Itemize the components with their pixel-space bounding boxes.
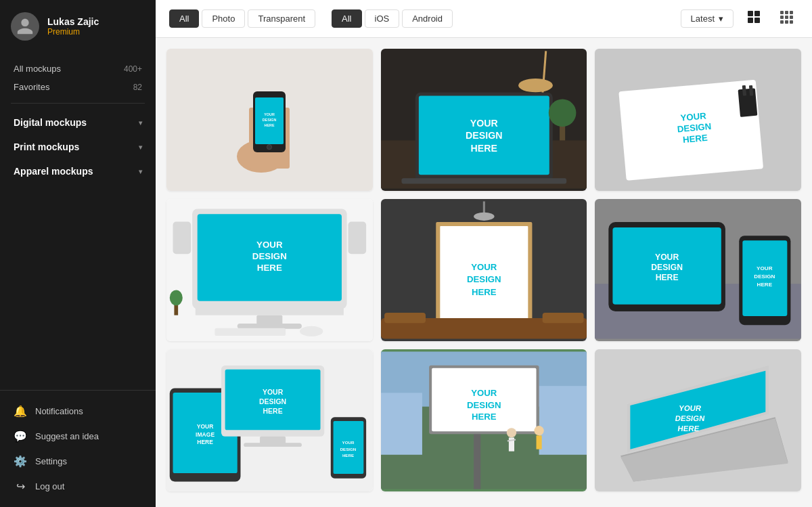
svg-rect-62 [384,313,426,323]
svg-rect-9 [790,16,793,19]
mockup-card-4[interactable]: YOUR DESIGN HERE [166,199,373,341]
suggest-idea-button[interactable]: 💬 Suggest an idea [0,424,156,449]
type-filter-group: All Photo Transparent All iOS Android [169,9,453,28]
svg-rect-46 [256,315,282,325]
svg-text:DESIGN: DESIGN [675,414,705,422]
svg-text:DESIGN: DESIGN [467,400,501,410]
svg-point-55 [474,213,494,221]
svg-point-23 [518,79,553,92]
svg-rect-11 [785,20,788,24]
user-badge: Premium [47,27,99,37]
sidebar-item-print-mockups[interactable]: Print mockups ▾ [0,135,156,159]
svg-rect-47 [238,324,302,329]
svg-rect-45 [196,303,344,315]
svg-point-20 [267,145,272,150]
mockup-card-7[interactable]: YOUR IMAGE HERE YOUR DESIGN HERE [166,349,373,491]
svg-point-102 [507,428,516,437]
svg-text:YOUR: YOUR [342,440,355,445]
svg-text:HERE: HERE [197,439,213,445]
logout-icon: ↪ [14,480,27,493]
svg-text:YOUR: YOUR [263,389,284,396]
svg-text:HERE: HERE [342,453,354,458]
svg-text:YOUR: YOUR [757,265,773,271]
svg-text:DESIGN: DESIGN [252,251,287,261]
sidebar-item-all-mockups[interactable]: All mockups 400+ [0,60,156,78]
notifications-button[interactable]: 🔔 Notifications [0,399,156,424]
device-filter-ios[interactable]: iOS [365,9,400,28]
svg-text:HERE: HERE [472,412,497,422]
svg-rect-2 [748,18,753,23]
svg-rect-49 [348,222,366,255]
grid-view-button[interactable] [742,6,766,31]
svg-rect-29 [401,178,566,183]
svg-text:YOUR: YOUR [471,388,497,398]
settings-icon: ⚙️ [14,455,27,468]
type-filter-transparent[interactable]: Transparent [248,9,315,28]
username: Lukas Zajic [47,16,99,27]
svg-text:HERE: HERE [257,263,282,273]
svg-rect-6 [790,11,793,14]
user-info: Lukas Zajic Premium [47,16,99,37]
svg-text:IMAGE: IMAGE [196,431,215,438]
mockup-grid-container: YOUR DESIGN HERE [156,38,812,507]
sort-button[interactable]: Latest ▾ [681,9,734,28]
device-filter-android[interactable]: Android [402,9,453,28]
svg-rect-63 [542,313,583,323]
avatar [11,12,39,41]
svg-text:YOUR: YOUR [197,423,214,430]
mockup-card-8[interactable]: YOUR DESIGN HERE [381,349,587,491]
sidebar-item-favorites[interactable]: Favorites 82 [0,78,156,96]
mockup-card-2[interactable]: YOUR DESIGN HERE [381,49,587,191]
svg-rect-94 [381,393,422,454]
sort-chevron-icon: ▾ [719,14,723,24]
svg-point-105 [534,426,543,435]
sidebar-item-apparel-mockups[interactable]: Apparel mockups ▾ [0,159,156,183]
svg-rect-5 [785,11,788,14]
chevron-down-icon: ▾ [139,168,142,175]
svg-text:DESIGN: DESIGN [754,273,775,280]
mockup-card-3[interactable]: YOUR DESIGN HERE [595,49,801,191]
type-filter-all[interactable]: All [169,9,199,28]
svg-text:HERE: HERE [757,282,773,288]
svg-text:DESIGN: DESIGN [467,274,501,284]
sidebar-item-digital-mockups[interactable]: Digital mockups ▾ [0,110,156,135]
chevron-down-icon: ▾ [139,144,142,151]
svg-rect-12 [790,20,793,24]
svg-text:YOUR: YOUR [470,118,497,129]
mockup-card-6[interactable]: YOUR DESIGN HERE YOUR DESIGN HERE [595,199,801,341]
svg-rect-7 [780,16,784,19]
device-filter-all[interactable]: All [332,9,361,28]
svg-rect-8 [785,16,788,19]
svg-text:YOUR: YOUR [655,252,679,262]
settings-button[interactable]: ⚙️ Settings [0,449,156,474]
svg-text:HERE: HERE [265,123,275,127]
chevron-down-icon: ▾ [139,119,142,127]
suggest-icon: 💬 [14,430,27,443]
sidebar-navigation: All mockups 400+ Favorites 82 Digital mo… [0,53,156,390]
svg-text:DESIGN: DESIGN [466,130,502,141]
svg-text:YOUR: YOUR [256,240,283,250]
svg-rect-95 [539,386,587,455]
mockup-grid: YOUR DESIGN HERE [166,49,801,491]
svg-text:DESIGN: DESIGN [259,398,286,405]
user-profile[interactable]: Lukas Zajic Premium [0,0,156,53]
mockup-card-9[interactable]: YOUR DESIGN HERE [595,349,801,491]
svg-rect-10 [780,20,784,24]
svg-text:HERE: HERE [472,287,497,297]
svg-text:HERE: HERE [656,273,679,282]
svg-text:HERE: HERE [263,407,283,415]
list-view-button[interactable] [774,6,798,31]
mockup-card-5[interactable]: YOUR DESIGN HERE [381,199,587,341]
svg-rect-0 [748,11,753,16]
type-filter-photo[interactable]: Photo [202,9,245,28]
svg-rect-1 [754,11,760,16]
mockup-card-1[interactable]: YOUR DESIGN HERE [166,49,373,191]
svg-point-51 [300,326,323,336]
svg-rect-3 [754,18,760,23]
logout-button[interactable]: ↪ Log out [0,474,156,499]
svg-rect-106 [536,435,541,449]
svg-point-53 [170,290,183,306]
svg-rect-50 [215,328,286,336]
sidebar-divider [11,103,145,104]
topbar-right: Latest ▾ [681,6,798,31]
